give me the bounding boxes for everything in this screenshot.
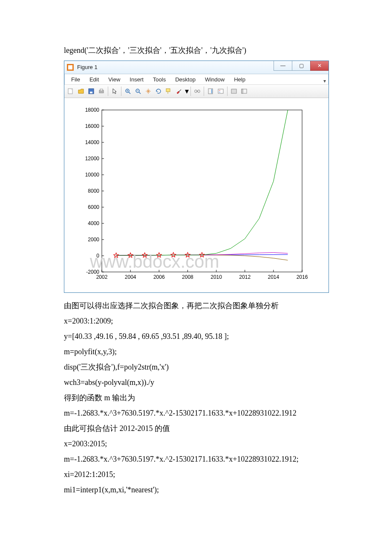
- plot-area: -200002000400060008000100001200014000160…: [64, 98, 329, 292]
- svg-text:2012: 2012: [239, 274, 251, 280]
- code-line: wch3=abs(y-polyval(m,x))./y: [64, 375, 328, 390]
- zoom-in-icon[interactable]: [123, 87, 133, 96]
- matlab-icon: [67, 64, 74, 71]
- body-text: 由图可以得出应选择二次拟合图象，再把二次拟合图象单独分析: [64, 298, 328, 313]
- minimize-button[interactable]: —: [274, 61, 292, 71]
- menu-view[interactable]: View: [104, 74, 124, 85]
- svg-text:2004: 2004: [125, 274, 136, 280]
- code-line: x=2003:1:2009;: [64, 313, 328, 329]
- close-button[interactable]: ✕: [310, 61, 329, 71]
- matlab-figure-window: Figure 1 — ▢ ✕ File Edit View Insert Too…: [64, 61, 329, 293]
- body-text: 由此可拟合估计 2012-2015 的值: [64, 421, 328, 436]
- code-line: legend('二次拟合'，'三次拟合'，'五次拟合'，'九次拟合'): [64, 43, 328, 58]
- svg-text:10000: 10000: [85, 172, 100, 178]
- pointer-icon[interactable]: [110, 87, 119, 96]
- svg-text:14000: 14000: [85, 139, 100, 145]
- menu-bar: File Edit View Insert Tools Desktop Wind…: [64, 74, 329, 85]
- code-line: mi1=interp1(x,m,xi,'*nearest');: [64, 482, 328, 497]
- print-icon[interactable]: [97, 87, 106, 96]
- svg-text:4000: 4000: [88, 220, 99, 226]
- svg-marker-66: [142, 253, 147, 257]
- svg-rect-25: [102, 110, 302, 272]
- svg-rect-19: [218, 89, 223, 93]
- toolbar: ▾: [64, 85, 329, 98]
- open-icon[interactable]: [76, 87, 86, 96]
- svg-rect-12: [166, 89, 170, 92]
- menu-desktop[interactable]: Desktop: [171, 74, 200, 85]
- separator: [190, 87, 191, 96]
- svg-text:0: 0: [96, 253, 99, 259]
- menu-overflow-icon[interactable]: ▾: [323, 76, 326, 86]
- save-icon[interactable]: [86, 87, 96, 96]
- svg-line-13: [179, 90, 181, 92]
- svg-marker-65: [128, 253, 133, 257]
- window-controls: — ▢ ✕: [274, 61, 329, 70]
- svg-text:8000: 8000: [88, 188, 99, 194]
- menu-window[interactable]: Window: [201, 74, 229, 85]
- svg-marker-68: [171, 252, 176, 257]
- separator: [108, 87, 108, 96]
- rotate-icon[interactable]: [154, 87, 163, 96]
- svg-text:2000: 2000: [88, 237, 99, 243]
- svg-marker-69: [185, 252, 190, 257]
- svg-rect-2: [90, 92, 92, 93]
- svg-text:12000: 12000: [85, 156, 100, 162]
- svg-text:18000: 18000: [85, 107, 100, 113]
- svg-marker-70: [199, 252, 204, 257]
- title-bar: Figure 1 — ▢ ✕: [64, 61, 329, 74]
- separator: [121, 87, 121, 96]
- separator: [227, 87, 228, 96]
- zoom-out-icon[interactable]: [133, 87, 143, 96]
- svg-rect-4: [100, 89, 103, 91]
- brush-icon[interactable]: [174, 87, 184, 96]
- svg-line-6: [129, 92, 130, 94]
- code-line: y=[40.33 ,49.16 , 59.84 , 69.65 ,93.51 ,…: [64, 329, 328, 344]
- hide-plot-tools-icon[interactable]: [229, 87, 239, 96]
- window-title: Figure 1: [77, 62, 98, 73]
- maximize-button[interactable]: ▢: [292, 61, 310, 71]
- body-text: 得到的函数 m 输出为: [64, 390, 328, 405]
- dropdown-icon[interactable]: ▾: [184, 87, 189, 96]
- menu-edit[interactable]: Edit: [85, 74, 103, 85]
- code-line: xi=2012:1:2015;: [64, 467, 328, 482]
- menu-file[interactable]: File: [67, 74, 84, 85]
- colorbar-icon[interactable]: [206, 87, 215, 96]
- code-line: x=2003:2015;: [64, 436, 328, 451]
- menu-tools[interactable]: Tools: [149, 74, 170, 85]
- svg-text:2006: 2006: [153, 274, 165, 280]
- svg-text:6000: 6000: [88, 204, 99, 210]
- svg-text:2016: 2016: [297, 274, 308, 280]
- svg-text:2010: 2010: [210, 274, 222, 280]
- legend-icon[interactable]: [216, 87, 225, 96]
- code-line: m=-1.2683.*x.^3+7630.5197.*x.^2-15302171…: [64, 405, 328, 421]
- pan-icon[interactable]: [144, 87, 153, 96]
- svg-rect-24: [242, 89, 243, 93]
- code-line: m=-1.2683.*x.^3+7630.5197.*x.^2-15302171…: [64, 451, 328, 467]
- datatip-icon[interactable]: [164, 87, 173, 96]
- svg-line-10: [139, 92, 141, 94]
- svg-text:2014: 2014: [268, 274, 280, 280]
- svg-text:16000: 16000: [85, 123, 100, 129]
- svg-rect-22: [231, 89, 236, 93]
- menu-insert[interactable]: Insert: [125, 74, 148, 85]
- code-line: disp('三次拟合'),f=poly2str(m,'x'): [64, 359, 328, 375]
- chart: -200002000400060008000100001200014000160…: [72, 106, 311, 285]
- link-icon[interactable]: [193, 87, 202, 96]
- new-icon[interactable]: [66, 87, 75, 96]
- svg-text:2002: 2002: [96, 274, 108, 280]
- separator: [204, 87, 204, 96]
- show-plot-tools-icon[interactable]: [239, 87, 249, 96]
- code-line: m=polyfit(x,y,3);: [64, 344, 328, 359]
- svg-rect-18: [211, 89, 212, 93]
- svg-marker-67: [157, 253, 161, 257]
- menu-help[interactable]: Help: [230, 74, 250, 85]
- svg-text:2008: 2008: [182, 274, 193, 280]
- svg-marker-64: [114, 253, 118, 257]
